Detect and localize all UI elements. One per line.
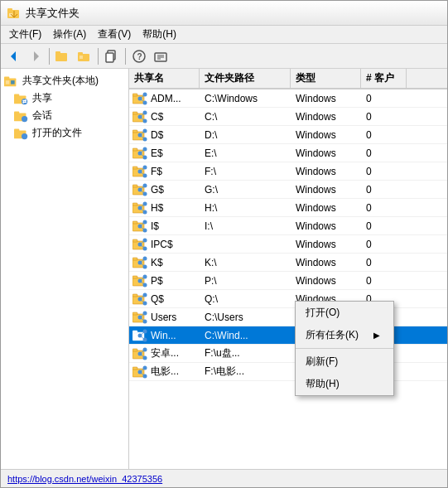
table-row[interactable]: ADM...C:\WindowsWindows0 [129, 89, 447, 108]
context-menu-item[interactable]: 所有任务(K)▶ [296, 324, 393, 346]
root-folder-icon [4, 75, 19, 88]
col-header-clients[interactable]: # 客户 [361, 69, 407, 88]
row-name-cell: IPC$ [129, 236, 200, 253]
forward-button[interactable] [26, 46, 46, 66]
col-header-path[interactable]: 文件夹路径 [200, 69, 291, 88]
row-name-cell: D$ [129, 127, 200, 143]
svg-rect-24 [14, 94, 19, 97]
row-path: E:\ [200, 146, 291, 161]
context-menu-item[interactable]: 帮助(H) [296, 373, 393, 395]
export-icon [154, 50, 167, 63]
tree-root[interactable]: 共享文件夹(本地) [1, 72, 128, 89]
row-clients: 0 [361, 201, 407, 215]
table-row[interactable]: P$P:\Windows0 [129, 272, 447, 290]
row-name: H$ [151, 202, 163, 214]
row-name: G$ [151, 184, 164, 196]
table-row[interactable]: I$I:\Windows0 [129, 217, 447, 235]
row-share-icon [132, 238, 149, 251]
row-clients: 0 [361, 146, 407, 161]
row-share-icon [132, 365, 149, 379]
row-share-icon [132, 347, 149, 360]
row-type: Windows [291, 237, 361, 252]
tree-node-openfiles[interactable]: 打开的文件 [1, 124, 128, 142]
svg-rect-118 [132, 312, 137, 315]
row-path: C:\Windows [200, 91, 291, 106]
row-share-icon [132, 201, 149, 215]
table-row[interactable]: 安卓...F:\u盘...Windows0 [129, 345, 447, 363]
copy-button[interactable] [102, 46, 122, 66]
row-name: D$ [151, 129, 163, 141]
tree-node-share-label: 共享 [32, 91, 52, 105]
row-type: Windows [291, 146, 361, 161]
tree-node-openfiles-label: 打开的文件 [32, 126, 82, 140]
svg-rect-31 [14, 128, 19, 132]
row-clients: 0 [361, 273, 407, 288]
col-header-name[interactable]: 共享名 [129, 69, 200, 88]
table-row[interactable]: G$G:\Windows0 [129, 181, 447, 199]
row-type: Windows [291, 201, 361, 215]
svg-rect-10 [79, 56, 83, 59]
open-folder-icon [55, 50, 70, 63]
folder-button[interactable] [75, 46, 94, 66]
row-clients: 0 [361, 128, 407, 143]
row-path: H:\ [200, 201, 291, 215]
row-clients: 0 [361, 255, 407, 270]
ctx-item-label: 刷新(F) [306, 355, 338, 369]
row-path: F:\u盘... [200, 345, 291, 362]
table-row[interactable]: D$D:\Windows0 [129, 126, 447, 144]
row-path: F:\ [200, 164, 291, 179]
table-row[interactable]: H$H:\Windows0 [129, 199, 447, 217]
context-menu-item[interactable]: 刷新(F) [296, 350, 393, 373]
svg-rect-6 [55, 53, 67, 61]
menu-view[interactable]: 查看(V) [93, 26, 136, 43]
row-name: Q$ [151, 293, 164, 305]
table-row[interactable]: K$K:\Windows0 [129, 254, 447, 272]
menu-action[interactable]: 操作(A) [48, 26, 91, 43]
back-button[interactable] [4, 46, 24, 66]
menu-file[interactable]: 文件(F) [4, 26, 46, 43]
title-bar: 共享文件夹 [1, 1, 447, 26]
tree-node-share[interactable]: ⇄ 共享 [1, 89, 128, 107]
row-name-cell: F$ [129, 163, 200, 180]
row-path: G:\ [200, 182, 291, 197]
row-name: Win... [151, 330, 176, 341]
row-clients: 0 [361, 237, 407, 252]
row-name-cell: 电影... [129, 363, 200, 380]
row-type: Windows [291, 109, 361, 124]
row-path: C:\Wind... [200, 328, 291, 343]
table-row[interactable]: E$E:\Windows0 [129, 144, 447, 162]
tree-panel: 共享文件夹(本地) ⇄ 共享 会话 [1, 69, 129, 469]
row-name: F$ [151, 166, 162, 177]
tree-root-label: 共享文件夹(本地) [22, 74, 99, 88]
table-row[interactable]: Q$Q:\Windows0 [129, 290, 447, 308]
list-header: 共享名 文件夹路径 类型 # 客户 [129, 69, 447, 89]
svg-rect-83 [132, 221, 137, 224]
svg-rect-22 [11, 80, 15, 85]
table-row[interactable]: 电影...F:\电影...Windows0 [129, 363, 447, 381]
context-menu-item[interactable]: 打开(O) [296, 302, 393, 324]
row-name: P$ [151, 275, 163, 287]
row-clients: 0 [361, 219, 407, 234]
table-row[interactable]: C$C:\Windows0 [129, 108, 447, 126]
row-clients: 0 [361, 182, 407, 197]
row-share-icon [132, 256, 149, 269]
menu-help[interactable]: 帮助(H) [137, 26, 181, 43]
col-header-type[interactable]: 类型 [291, 69, 361, 88]
back-icon [7, 50, 21, 63]
svg-marker-4 [11, 51, 16, 61]
table-row[interactable]: IPC$Windows0 [129, 235, 447, 254]
svg-rect-21 [6, 80, 10, 85]
row-path: I:\ [200, 219, 291, 234]
table-row[interactable]: F$F:\Windows0 [129, 162, 447, 181]
tree-node-session[interactable]: 会话 [1, 107, 128, 124]
share-folder-icon: ⇄ [14, 92, 29, 105]
open-folder-button[interactable] [53, 46, 73, 66]
row-type: Windows [291, 91, 361, 106]
table-row[interactable]: UsersC:\UsersWindows0 [129, 308, 447, 326]
row-type: Windows [291, 128, 361, 143]
help-toolbar-button[interactable]: ? [129, 46, 149, 66]
table-row[interactable]: Win...C:\Wind...Wind...0 [129, 326, 447, 345]
export-button[interactable] [151, 46, 171, 66]
status-text: https://blog.csdn.net/weixin_42375356 [7, 474, 162, 484]
toolbar-sep-3 [125, 48, 126, 65]
